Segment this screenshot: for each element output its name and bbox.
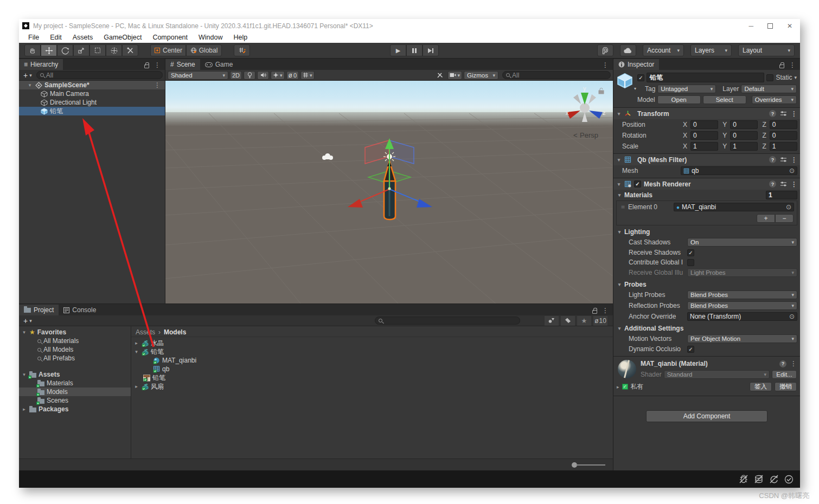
help-icon[interactable]: ?: [769, 156, 776, 163]
element0-object-field[interactable]: ● MAT_qianbi ⊙: [674, 203, 794, 211]
create-object-button[interactable]: + ▾: [21, 71, 34, 80]
scene-viewport[interactable]: x y z < Persp: [165, 81, 613, 303]
scene-effects-dropdown[interactable]: ▾: [271, 71, 285, 80]
file-row-mat-qianbi[interactable]: MAT_qianbi: [131, 356, 613, 365]
kebab-menu-icon[interactable]: ⋮: [154, 81, 165, 89]
presets-icon[interactable]: [780, 111, 787, 117]
presets-icon[interactable]: [780, 157, 787, 163]
foldout-icon[interactable]: ▸: [133, 340, 139, 346]
object-picker-icon[interactable]: ⊙: [789, 313, 795, 320]
help-icon[interactable]: ?: [779, 360, 786, 367]
kebab-menu-icon[interactable]: ⋮: [602, 61, 609, 69]
tab-scene[interactable]: # Scene: [165, 59, 200, 70]
rotate-tool-button[interactable]: [57, 44, 73, 56]
chevron-down-icon[interactable]: ▾: [794, 75, 797, 80]
favorites-filter-button[interactable]: ★: [577, 316, 591, 326]
rotation-z-field[interactable]: 0: [770, 131, 797, 140]
space-toggle-button[interactable]: Global: [186, 44, 222, 56]
tab-hierarchy[interactable]: ≡ Hierarchy: [19, 59, 63, 70]
step-button[interactable]: [423, 44, 439, 56]
2d-toggle-button[interactable]: 2D: [230, 71, 242, 80]
breadcrumb-assets[interactable]: Assets: [136, 328, 155, 336]
file-row-shuijing[interactable]: ▸ 水晶: [131, 339, 613, 347]
foldout-icon[interactable]: ▾: [616, 182, 622, 187]
kebab-menu-icon[interactable]: ⋮: [790, 360, 797, 367]
checkin-button[interactable]: 签入: [750, 382, 772, 391]
material-preview-sphere[interactable]: [618, 360, 636, 378]
project-visibility-button[interactable]: ø 10: [593, 316, 607, 326]
motion-vectors-dropdown[interactable]: Per Object Motion▾: [687, 334, 797, 343]
foldout-icon[interactable]: ▾: [133, 349, 139, 354]
account-dropdown[interactable]: Account ▾: [643, 44, 684, 56]
active-checkbox[interactable]: ✓: [637, 74, 644, 81]
renderer-enabled-checkbox[interactable]: ✓: [634, 180, 641, 188]
position-x-field[interactable]: 0: [690, 120, 718, 129]
foldout-icon[interactable]: ▾: [617, 282, 622, 287]
minimize-button[interactable]: ─: [748, 22, 753, 30]
foldout-icon[interactable]: ▾: [27, 82, 33, 88]
tree-models-folder[interactable]: + Models: [19, 387, 131, 396]
help-icon[interactable]: ?: [769, 180, 776, 188]
scene-lighting-button[interactable]: [244, 71, 255, 80]
tree-assets[interactable]: ▾ + Assets: [19, 370, 131, 379]
remove-material-button[interactable]: −: [775, 214, 794, 223]
cache-server-icon[interactable]: [754, 475, 764, 483]
hierarchy-search-input[interactable]: All: [36, 71, 163, 79]
mesh-renderer-header[interactable]: ▾ ✓ Mesh Renderer ? ⋮: [613, 178, 800, 190]
file-row-qianbi-model[interactable]: ▾ 铅笔: [131, 347, 613, 356]
version-control-button[interactable]: [597, 44, 613, 56]
scale-tool-button[interactable]: [73, 44, 89, 56]
object-picker-icon[interactable]: ⊙: [786, 203, 791, 211]
overrides-dropdown[interactable]: Overrides▾: [752, 95, 797, 104]
presets-icon[interactable]: [780, 181, 787, 187]
shader-dropdown[interactable]: Standard▾: [664, 370, 770, 379]
help-icon[interactable]: ?: [769, 110, 776, 117]
shader-edit-button[interactable]: Edit...: [772, 370, 797, 379]
scale-z-field[interactable]: 1: [770, 142, 797, 151]
tab-project[interactable]: Project: [19, 305, 59, 315]
progress-done-icon[interactable]: [784, 475, 794, 484]
scene-tools-button[interactable]: [434, 71, 446, 80]
foldout-icon[interactable]: ▾: [616, 157, 622, 163]
tree-all-prefabs[interactable]: All Prefabs: [19, 354, 131, 363]
create-asset-button[interactable]: + ▾: [21, 316, 34, 325]
tree-all-models[interactable]: All Models: [19, 345, 131, 354]
search-by-type-button[interactable]: [545, 316, 559, 326]
tab-inspector[interactable]: Inspector: [613, 59, 659, 70]
foldout-icon[interactable]: ▾: [21, 329, 27, 335]
hierarchy-item-directional-light[interactable]: Directional Light: [19, 98, 165, 107]
hierarchy-item-main-camera[interactable]: Main Camera: [19, 89, 165, 98]
kebab-menu-icon[interactable]: ⋮: [602, 307, 609, 314]
revert-button[interactable]: 撤销: [775, 382, 797, 391]
scene-search-input[interactable]: All: [502, 71, 611, 79]
menu-window[interactable]: Window: [194, 33, 227, 42]
foldout-icon[interactable]: ▸: [133, 384, 139, 389]
mesh-object-field[interactable]: qb ⊙: [681, 166, 797, 175]
breadcrumb-models[interactable]: Models: [164, 328, 186, 336]
kebab-menu-icon[interactable]: ⋮: [791, 156, 797, 164]
cast-shadows-dropdown[interactable]: On▾: [687, 238, 797, 247]
rotation-y-field[interactable]: 0: [730, 131, 758, 140]
materials-count-field[interactable]: 1: [766, 191, 797, 199]
menu-file[interactable]: File: [23, 33, 44, 42]
lock-icon[interactable]: [779, 64, 784, 68]
scene-camera-dropdown[interactable]: ▾: [447, 71, 462, 80]
transform-header[interactable]: ▾ Transform ? ⋮: [613, 107, 800, 119]
model-open-button[interactable]: Open: [657, 95, 701, 104]
gizmos-dropdown[interactable]: Gizmos ▾: [464, 71, 498, 80]
rect-tool-button[interactable]: [89, 44, 106, 56]
menu-help[interactable]: Help: [228, 33, 252, 42]
play-button[interactable]: ▶: [390, 44, 406, 56]
grid-snap-button[interactable]: [234, 44, 250, 56]
transform-tool-button[interactable]: [106, 44, 122, 56]
close-button[interactable]: ✕: [787, 22, 792, 30]
tab-game[interactable]: Game: [200, 59, 238, 70]
contribute-gi-checkbox[interactable]: [687, 259, 694, 266]
tree-materials-folder[interactable]: + Materials: [19, 379, 131, 387]
light-probes-dropdown[interactable]: Blend Probes▾: [687, 290, 797, 299]
foldout-icon[interactable]: ▾: [616, 111, 622, 117]
menu-edit[interactable]: Edit: [45, 33, 67, 42]
foldout-icon[interactable]: ▾: [617, 326, 622, 331]
foldout-icon[interactable]: ▸: [617, 384, 619, 390]
search-by-label-button[interactable]: [561, 316, 575, 326]
